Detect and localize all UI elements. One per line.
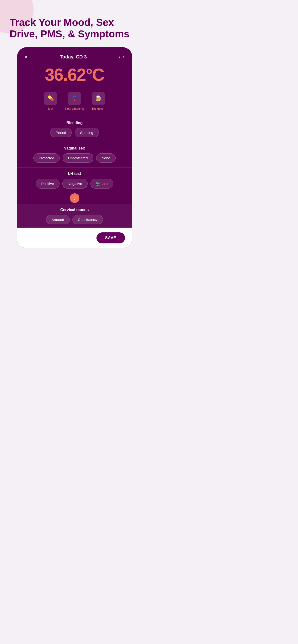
pill-icons-row: 💊 Sick 💤? Slept differently 🍺 Hungover [17,89,132,115]
pill-item-slept-differently[interactable]: 💤? Slept differently [65,92,84,110]
cervical-mucus-section: Cervical mucus Amount Consistency [17,204,132,228]
bleeding-title: Bleeding [24,121,125,125]
lh-test-buttons: Positive Negative 📷 beta [24,179,125,188]
cervical-mucus-buttons: Amount Consistency [24,215,125,224]
save-button[interactable]: SAVE [96,232,125,244]
spotting-button[interactable]: Spotting [75,128,99,137]
temperature-value: 36.62°C [45,65,104,84]
tracking-card: × Today, CD 3 ‹ › 36.62°C 💊 Sick 💤? Slep… [17,47,132,248]
close-button[interactable]: × [25,54,28,60]
chevron-down-icon: ∨ [73,196,76,201]
consistency-button[interactable]: Consistency [72,215,103,224]
divider-3 [17,168,132,168]
beta-camera-button[interactable]: 📷 beta [90,179,113,188]
next-arrow-button[interactable]: › [123,54,124,60]
nav-arrows-group: ‹ › [119,54,124,60]
card-footer: SAVE [17,228,132,248]
page-headline: Track Your Mood, Sex Drive, PMS, & Sympt… [10,17,139,40]
headline-section: Track Your Mood, Sex Drive, PMS, & Sympt… [0,17,149,40]
divider-1 [17,117,132,117]
expand-button[interactable]: ∨ [70,193,79,203]
lh-test-section: LH test Positive Negative 📷 beta [17,169,132,192]
slept-differently-icon: 💤? [68,92,81,105]
period-button[interactable]: Period [50,128,72,137]
expand-line-left [17,198,67,198]
vaginal-sex-buttons: Protected Unprotected None [24,153,125,163]
bleeding-buttons: Period Spotting [24,128,125,137]
sick-label: Sick [48,107,54,110]
lh-test-title: LH test [24,172,125,176]
temperature-display: 36.62°C [17,62,132,89]
amount-button[interactable]: Amount [46,215,70,224]
cervical-mucus-title: Cervical mucus [24,208,125,212]
camera-icon: 📷 [95,181,100,186]
unprotected-button[interactable]: Unprotected [63,153,93,163]
expand-line-right [82,198,132,198]
vaginal-sex-section: Vaginal sex Protected Unprotected None [17,144,132,166]
card-title: Today, CD 3 [60,54,87,60]
slept-differently-label: Slept differently [65,107,84,110]
protected-button[interactable]: Protected [33,153,60,163]
hungover-icon: 🍺 [92,92,105,105]
card-header: × Today, CD 3 ‹ › [17,47,132,62]
beta-label: beta [102,182,108,186]
vaginal-sex-title: Vaginal sex [24,146,125,150]
divider-2 [17,142,132,142]
prev-arrow-button[interactable]: ‹ [119,54,120,60]
pill-item-sick[interactable]: 💊 Sick [44,92,57,110]
hungover-label: Hungover [92,107,105,110]
pill-item-hungover[interactable]: 🍺 Hungover [92,92,105,110]
sick-icon: 💊 [44,92,57,105]
none-button[interactable]: None [96,153,116,163]
positive-button[interactable]: Positive [36,179,60,188]
expand-row: ∨ [17,192,132,204]
bleeding-section: Bleeding Period Spotting [17,118,132,141]
negative-button[interactable]: Negative [62,179,88,188]
